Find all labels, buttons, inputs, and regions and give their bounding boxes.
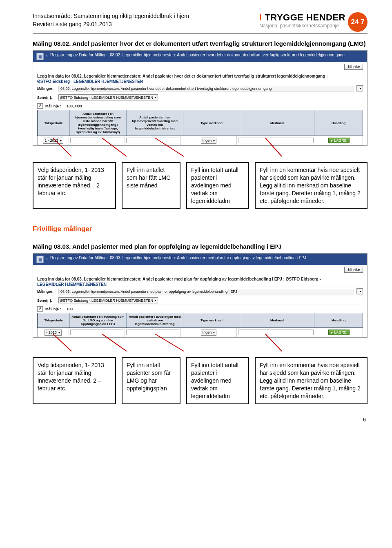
col-handling: Handling xyxy=(314,110,363,136)
malinger-value: 08.03. Legemidler hjemmetjenesten: Andel… xyxy=(58,289,354,294)
col-numerator: Antall pasienter i en hjemmetjenesteavde… xyxy=(70,110,127,136)
mallinje-row: ✗ Mållinje : 100,0000 xyxy=(37,102,363,110)
numerator-input[interactable] xyxy=(70,138,123,143)
anno-numerator: Fyll inn antall pasienter som får LMG og… xyxy=(122,357,180,404)
malinger-label: Målinger: xyxy=(37,290,56,294)
mallinje-label: Mållinje : xyxy=(45,307,64,311)
org-line: LEGEMIDLER HJEMMETJENESTEN xyxy=(37,282,363,287)
mallinje-value: 100,0000 xyxy=(67,104,82,108)
section2-heading: Måling 08.03. Andel pasienter med plan f… xyxy=(33,243,368,250)
screenshot-titlebar: ▦ › Registrering av Data for Måling : 08… xyxy=(33,254,367,265)
type-merknad-dropdown[interactable]: Ingen xyxy=(201,138,217,144)
chevron-right-icon: › xyxy=(46,53,48,59)
mallinje-checkbox[interactable]: ✗ xyxy=(37,306,43,312)
malinger-value: 08.02. Legemidler hjemmetjenesten: Andel… xyxy=(58,86,354,91)
section2-screenshot: ▦ › Registrering av Data for Måling : 08… xyxy=(33,253,368,338)
mallinje-value: 100 xyxy=(67,307,73,311)
serie-row: Serie(r ): ØSTFO Eidsberg - LEGEMIDLER H… xyxy=(37,93,363,102)
chevron-right-icon: › xyxy=(46,256,48,262)
header-line2: Revidert siste gang 29.01.2013 xyxy=(33,20,189,29)
col-merknad: Merknad xyxy=(240,110,314,136)
col-type-merknad: Type merknad xyxy=(183,313,240,327)
data-grid-header: Tidsperiode Antall pasienter i en avdeli… xyxy=(37,313,363,328)
chart-icon: ▦ xyxy=(36,256,44,263)
back-button[interactable]: Tilbake xyxy=(344,267,363,273)
screenshot-titlebar: ▦ › Registrering av Data for Måling : 08… xyxy=(33,51,367,62)
merknad-input[interactable] xyxy=(238,138,314,143)
anno-merknad: Fyll inn en kommentar hvis noe spesielt … xyxy=(255,357,368,404)
section2-annotations: Velg tidsperioden, 1- 2013 står for janu… xyxy=(33,357,368,404)
denominator-input[interactable] xyxy=(126,138,179,143)
col-handling: Handling xyxy=(314,313,363,327)
period-dropdown[interactable]: 1 - 2013 xyxy=(43,138,63,144)
malinger-label: Målinger: xyxy=(37,87,56,91)
section2-diagram: ▦ › Registrering av Data for Måling : 08… xyxy=(33,253,368,404)
mallinje-label: Mållinje : xyxy=(45,104,64,108)
type-merknad-dropdown[interactable]: Ingen xyxy=(201,330,217,336)
malinger-dropdown[interactable] xyxy=(356,288,363,294)
logo-bar-icon: I xyxy=(259,12,265,22)
anno-tidsperiode: Velg tidsperioden, 1- 2013 står for janu… xyxy=(33,357,116,404)
serie-label: Serie(r ): xyxy=(37,299,56,303)
col-denominator: Antall pasienter i en hjemmetjenesteavde… xyxy=(127,110,183,136)
form-title: Legg inn data for 08.02. Legemidler hjem… xyxy=(37,74,363,78)
numerator-input[interactable] xyxy=(70,330,123,335)
serie-label: Serie(r ): xyxy=(37,96,56,100)
anno-denominator: Fyll inn totalt antall pasienter i avdel… xyxy=(186,357,249,404)
org-line: ØSTFO Eidsberg - LEGEMIDLER HJEMMETJENES… xyxy=(37,79,363,84)
logo-subtitle: Nasjonal pasientsikkerhetskampanje xyxy=(259,23,345,29)
mallinje-row: ✗ Mållinje : 100 xyxy=(37,305,363,313)
section1-diagram: ▦ › Registrering av Data for Måling : 08… xyxy=(33,50,368,209)
titlebar-text: Registrering av Data for Måling : 08.03.… xyxy=(50,256,306,260)
logo-title: I TRYGGE HENDER xyxy=(259,12,345,23)
col-merknad: Merknad xyxy=(240,313,314,327)
section1-annotations: Velg tidsperioden, 1- 2013 står for janu… xyxy=(33,162,368,209)
save-button[interactable]: LAGRE xyxy=(328,330,350,335)
logo-badge-text: 24 7 xyxy=(351,18,364,26)
logo-badge: 24 7 xyxy=(348,12,368,32)
data-grid-row: - 2013 Ingen LAGRE xyxy=(37,328,363,337)
serie-dropdown[interactable]: ØSTFO Eidsberg - LEGEMIDLER HJEMMETJENES… xyxy=(58,297,158,303)
malinger-row: Målinger: 08.02. Legemidler hjemmetjenes… xyxy=(37,84,363,93)
anno-numerator: Fyll inn antallet som har fått LMG siste… xyxy=(122,162,180,209)
data-grid-header: Tidsperiode Antall pasienter i en hjemme… xyxy=(37,110,363,136)
col-tidsperiode: Tidsperiode xyxy=(38,313,70,327)
header-text: Innsatsområde: Samstemming og riktig leg… xyxy=(33,12,189,32)
page-number: 6 xyxy=(33,417,368,423)
chart-icon: ▦ xyxy=(36,53,44,60)
data-grid-row: 1 - 2013 Ingen LAGRE xyxy=(37,136,363,145)
col-tidsperiode: Tidsperiode xyxy=(38,110,70,136)
section1-screenshot: ▦ › Registrering av Data for Måling : 08… xyxy=(33,50,368,146)
titlebar-text: Registrering av Data for Måling : 08.02.… xyxy=(50,53,345,57)
header-line1: Innsatsområde: Samstemming og riktig leg… xyxy=(33,12,189,20)
form-title: Legg inn data for 08.03. Legemidler hjem… xyxy=(37,277,363,281)
serie-dropdown[interactable]: ØSTFO Eidsberg - LEGEMIDLER HJEMMETJENES… xyxy=(58,94,158,100)
page-header: Innsatsområde: Samstemming og riktig leg… xyxy=(33,12,368,34)
malinger-row: Målinger: 08.03. Legemidler hjemmetjenes… xyxy=(37,287,363,296)
section1-heading: Måling 08.02. Andel pasienter hvor det e… xyxy=(33,40,368,47)
serie-row: Serie(r ): ØSTFO Eidsberg - LEGEMIDLER H… xyxy=(37,296,363,305)
save-button[interactable]: LAGRE xyxy=(328,138,350,143)
col-type-merknad: Type merknad xyxy=(183,110,240,136)
logo: I TRYGGE HENDER Nasjonal pasientsikkerhe… xyxy=(259,12,368,32)
anno-denominator: Fyll inn totalt antall pasienter i avdel… xyxy=(186,162,249,209)
anno-merknad: Fyll inn en kommentar hvis noe spesielt … xyxy=(255,162,368,209)
denominator-input[interactable] xyxy=(126,330,179,335)
period-dropdown[interactable]: - 2013 xyxy=(45,330,62,336)
back-button[interactable]: Tilbake xyxy=(344,64,363,70)
col-numerator: Antall pasienter i en avdeling som får L… xyxy=(70,313,127,327)
col-denominator: Antall pasienter i avdelingen med vedtak… xyxy=(127,313,183,327)
merknad-input[interactable] xyxy=(238,330,314,335)
anno-tidsperiode: Velg tidsperioden, 1- 2013 står for janu… xyxy=(33,162,116,209)
malinger-dropdown[interactable] xyxy=(356,85,363,91)
mallinje-checkbox[interactable]: ✗ xyxy=(37,103,43,109)
frivillige-heading: Frivillige målinger xyxy=(33,225,368,233)
logo-title-text: TRYGGE HENDER xyxy=(265,12,345,22)
